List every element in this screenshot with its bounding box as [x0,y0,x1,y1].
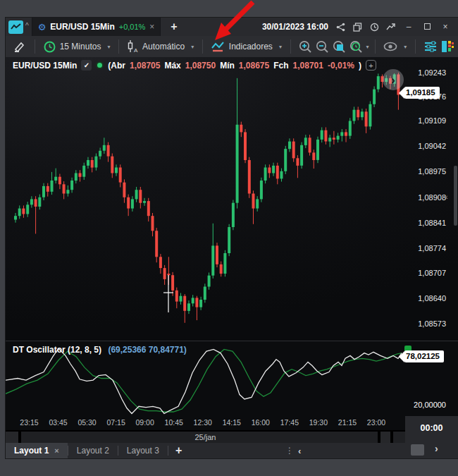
app-window: ^ ⚙ EUR/USD 15Min +0,01% × + 30/01/2023 … [6,18,458,458]
vertical-scrollbar-thumb[interactable] [454,166,457,226]
zoom-time-icon [349,40,363,54]
candle-body [123,183,125,197]
zoom-area-icon [333,40,346,54]
candle-body [35,199,37,207]
layout-tab-label: Layout 2 [77,446,109,456]
candlestick-chart[interactable] [6,57,407,341]
oscillator-panel[interactable]: DT Oscillator (12, 8, 5) (69,25366 70,84… [6,341,458,416]
cascade-windows-icon[interactable] [352,22,362,32]
candle-body [312,152,315,160]
toolbar-separator [118,39,119,54]
window-close-button[interactable]: × [440,22,451,32]
indicators-caret-icon: ▾ [279,44,282,50]
scroll-right-icon[interactable]: › [435,443,438,454]
legend-high-label: Máx [164,61,180,71]
candle-body [300,145,303,166]
timeframe-dropdown[interactable]: 15 Minutos ▾ [41,41,113,53]
zoom-time-button[interactable] [349,40,362,53]
time-axis-label: 03:45 [49,418,67,427]
candle-body [268,168,271,173]
candle-body [280,171,283,179]
app-logo-icon[interactable] [8,20,23,34]
candle-style-caret-icon: ▾ [191,44,194,50]
candle-body [195,298,198,307]
toolbar: 15 Minutos ▾ A Automático ▾ Indicadores … [6,36,458,57]
candle-body [79,173,82,177]
scrollbar-collapse-icon[interactable]: ‹ [445,193,448,201]
scrollbar-right-handle[interactable] [378,432,393,443]
zoom-time-caret-icon[interactable]: ▾ [366,44,369,50]
candle-body [232,203,235,227]
candle-body [199,300,202,307]
oscillator-value-tag: 78,02125 [399,350,444,362]
add-layout-button[interactable]: + [168,444,189,457]
candle-body [216,245,218,264]
time-axis-label: 09:00 [136,418,154,427]
price-axis-label: 1,08774 [407,244,452,252]
candle-body [256,199,259,208]
candle-body [87,160,89,166]
indicators-dropdown[interactable]: Indicadores ▾ [209,41,285,52]
timeframe-clock-icon [44,41,56,53]
price-axis-label: 1,08640 [407,294,452,303]
theme-palette-button[interactable] [441,40,458,53]
candle-body [264,168,267,181]
candle-body [147,201,150,216]
candle-body [357,110,359,118]
layout-tab-2[interactable]: Layout 2 [68,443,118,458]
minimize-button[interactable]: – [403,22,414,32]
candle-body [99,151,101,157]
zoom-out-button[interactable] [316,40,328,53]
candle-body [70,181,73,190]
layout-scroll-left-icon[interactable]: ‹ [298,446,301,456]
chart-tab-close-icon[interactable]: × [149,22,154,32]
candle-body [155,231,158,257]
candle-body [324,130,327,142]
maximize-button[interactable] [421,22,433,32]
titlebar: ^ ⚙ EUR/USD 15Min +0,01% × + 30/01/2023 … [6,18,458,36]
visibility-caret-icon: ▾ [404,44,407,50]
palette-icon [441,40,455,53]
candle-body [236,125,239,203]
candle-body [26,205,29,214]
candle-style-dropdown[interactable]: A Automático ▾ [125,40,197,53]
price-chart-panel[interactable]: EUR/USD 15Min ✓ (Abr 1,08705 Máx 1,08750… [6,57,458,341]
candle-body [94,157,97,168]
draw-tool-button[interactable] [10,41,29,53]
visibility-dropdown[interactable]: ▾ [380,42,409,51]
candle-body [296,158,299,166]
checkmark-icon[interactable]: ✓ [81,60,92,71]
properties-button[interactable] [421,40,441,53]
app-menu-caret-icon[interactable]: ^ [25,22,29,30]
candle-body [337,136,340,140]
chart-legend: EUR/USD 15Min ✓ (Abr 1,08705 Máx 1,08750… [13,60,376,71]
history-clock-icon[interactable] [369,22,379,32]
new-tab-button[interactable]: + [171,20,177,33]
chart-tab[interactable]: ⚙ EUR/USD 15Min +0,01% × [32,18,161,36]
layout-tab-close-icon[interactable]: × [54,446,58,455]
layout-more-icon[interactable]: ⋮ [285,446,294,456]
layout-tab-label: Layout 1 [14,446,49,456]
trend-arrow-icon[interactable] [386,22,396,32]
candle-body [345,132,347,135]
zoom-in-button[interactable] [299,40,311,53]
toolbar-separator [375,39,376,54]
candle-body [91,160,94,168]
candle-body [22,209,25,214]
candle-body [377,76,380,90]
candle-body [316,140,319,160]
candle-body [304,138,307,145]
layout-tab-3[interactable]: Layout 3 [118,443,168,458]
candle-body [187,303,190,311]
candle-body [192,298,194,303]
candle-body [51,181,54,192]
candle-body [272,166,275,173]
candle-body [119,168,122,183]
scrollbar-left-handle[interactable] [6,432,21,443]
share-icon[interactable] [335,22,345,32]
zoom-area-button[interactable] [333,40,345,53]
layout-tab-1[interactable]: Layout 1× [6,443,68,458]
add-indicator-button[interactable]: + [366,60,376,71]
date-scrollbar[interactable]: 25/jan [6,430,405,443]
corner-scroll-button[interactable] [411,444,424,456]
